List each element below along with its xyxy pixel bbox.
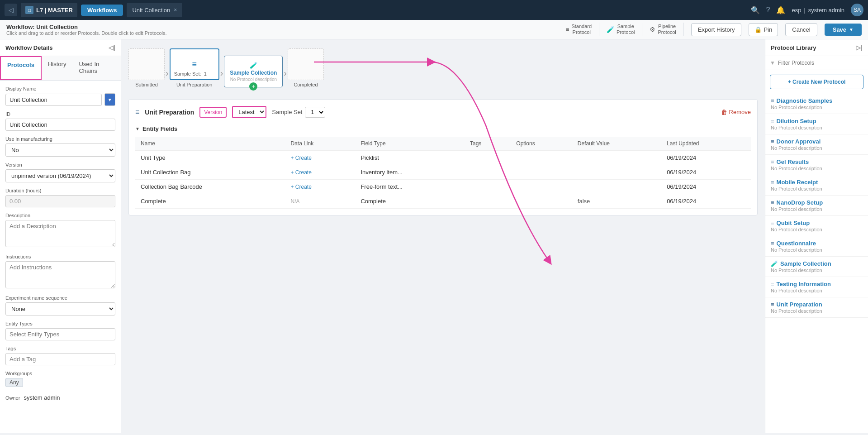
tab-unit-collection[interactable]: Unit Collection × — [127, 3, 182, 17]
library-item-desc: No Protocol description — [771, 268, 863, 273]
list-item[interactable]: ≡ Testing Information No Protocol descri… — [765, 277, 868, 297]
pin-button[interactable]: 🔒 Pin — [749, 23, 778, 36]
list-item[interactable]: ≡ Questionnaire No Protocol description — [765, 236, 868, 257]
use-in-mfg-select[interactable]: No Yes — [5, 143, 115, 157]
display-name-input[interactable] — [5, 94, 102, 106]
version-select[interactable]: unpinned version (06/19/2024) — [5, 169, 115, 182]
list-item[interactable]: ≡ Gel Results No Protocol description — [765, 155, 868, 175]
exp-seq-group: Experiment name sequence None — [5, 295, 115, 315]
create-link[interactable]: + Create — [291, 184, 350, 190]
cell-data-link[interactable]: + Create — [285, 151, 356, 165]
entity-fields-toggle[interactable]: ▼ Entity Fields — [135, 125, 751, 132]
tab-protocols[interactable]: Protocols — [0, 56, 42, 80]
workflows-button[interactable]: Workflows — [81, 5, 123, 16]
list-item[interactable]: ≡ NanoDrop Setup No Protocol description — [765, 196, 868, 216]
export-history-button[interactable]: Export History — [691, 23, 742, 36]
list-item[interactable]: ≡ Dilution Setup No Protocol description — [765, 114, 868, 134]
pipeline-protocol-type[interactable]: ⚙ PipelineProtocol — [650, 24, 676, 35]
library-item-name: ≡ NanoDrop Setup — [771, 199, 863, 206]
app-logo: □ L7 | MASTER — [21, 3, 77, 17]
protocol-detail-icon: ≡ — [135, 108, 139, 116]
tags-input[interactable] — [5, 353, 115, 365]
instructions-textarea[interactable] — [5, 261, 115, 288]
library-item-desc: No Protocol description — [771, 308, 863, 314]
main-layout: Workflow Details ◁| Protocols History Us… — [0, 39, 868, 433]
workgroup-any-tag[interactable]: Any — [5, 378, 23, 387]
library-item-name: ≡ Testing Information — [771, 281, 863, 287]
library-item-name: ≡ Mobile Receipt — [771, 179, 863, 186]
display-name-group: Display Name ▼ — [5, 86, 115, 106]
sample-protocol-type[interactable]: 🧪 SampleProtocol — [607, 24, 635, 35]
cell-field-type: Complete — [355, 194, 465, 209]
unit-prep-card[interactable]: ≡ Sample Set: 1 — [170, 48, 219, 80]
create-new-protocol-button[interactable]: + Create New Protocol — [770, 75, 863, 89]
library-item-name: ≡ Questionnaire — [771, 240, 863, 247]
list-item[interactable]: ≡ Donor Approval No Protocol description — [765, 134, 868, 155]
unit-prep-label: Unit Preparation — [176, 82, 213, 87]
library-item-name: ≡ Gel Results — [771, 158, 863, 165]
tab-label: Unit Collection — [132, 7, 170, 14]
protocol-detail: ≡ Unit Preparation Version Latest 1.0 2.… — [128, 99, 758, 215]
exp-seq-label: Experiment name sequence — [5, 295, 115, 301]
false-value: false — [578, 198, 590, 205]
cell-default-value — [572, 151, 661, 165]
remove-button[interactable]: 🗑 Remove — [721, 109, 751, 116]
tab-close-icon[interactable]: × — [174, 7, 177, 13]
entity-types-label: Entity Types — [5, 321, 115, 326]
instructions-label: Instructions — [5, 254, 115, 259]
help-button[interactable]: ? — [766, 6, 770, 14]
table-row: Unit Type + Create Picklist 06/19/2024 — [135, 151, 751, 165]
list-item[interactable]: ≡ Mobile Receipt No Protocol description — [765, 175, 868, 196]
pipeline-protocol-icon: ⚙ — [650, 26, 655, 33]
search-button[interactable]: 🔍 — [751, 6, 760, 14]
right-panel-collapse-icon[interactable]: ▷| — [856, 44, 863, 51]
na-text: N/A — [291, 198, 300, 205]
exp-seq-select[interactable]: None — [5, 302, 115, 315]
back-button[interactable]: ◁ — [5, 4, 17, 16]
create-link[interactable]: + Create — [291, 155, 350, 161]
cell-name: Complete — [135, 194, 285, 209]
version-dropdown[interactable]: Latest 1.0 2.0 — [232, 106, 266, 118]
description-textarea[interactable] — [5, 220, 115, 247]
library-item-desc: No Protocol description — [771, 227, 863, 232]
entity-types-input[interactable] — [5, 328, 115, 340]
user-avatar[interactable]: SA — [851, 4, 863, 16]
save-button[interactable]: Save ▼ — [825, 24, 862, 36]
id-input[interactable] — [5, 119, 115, 131]
list-item[interactable]: ≡ Diagnostic Samples No Protocol descrip… — [765, 94, 868, 114]
list-item[interactable]: 🧪 Sample Collection No Protocol descript… — [765, 257, 868, 277]
submitted-card[interactable] — [128, 48, 165, 80]
bell-button[interactable]: 🔔 — [776, 6, 785, 14]
entity-fields-section: ▼ Entity Fields Name Data Link Field Typ… — [135, 125, 751, 209]
sample-collection-stage: 🧪 Sample Collection No Protocol descript… — [224, 56, 283, 87]
sample-collection-plus-icon[interactable]: + — [249, 82, 257, 91]
cell-data-link[interactable]: + Create — [285, 165, 356, 180]
cell-data-link[interactable]: + Create — [285, 180, 356, 194]
id-label: ID — [5, 111, 115, 117]
cell-options — [511, 194, 572, 209]
library-item-desc: No Protocol description — [771, 145, 863, 151]
cancel-button[interactable]: Cancel — [785, 23, 817, 36]
standard-protocol-icon: ≡ — [565, 26, 569, 33]
filter-protocols-input[interactable] — [778, 60, 863, 66]
sample-collection-icon: 🧪 — [250, 62, 257, 69]
create-link[interactable]: + Create — [291, 169, 350, 176]
library-item-name: ≡ Diagnostic Samples — [771, 97, 863, 104]
color-swatch[interactable]: ▼ — [104, 93, 115, 106]
unit-prep-stage: ≡ Sample Set: 1 Unit Preparation — [170, 48, 219, 87]
tab-used-in-chains[interactable]: Used In Chains — [72, 56, 121, 80]
left-panel-collapse-icon[interactable]: ◁| — [109, 44, 115, 51]
completed-card[interactable] — [288, 48, 324, 80]
list-item[interactable]: ≡ Qubit Setup No Protocol description — [765, 216, 868, 236]
cell-tags — [465, 151, 511, 165]
standard-protocol-type[interactable]: ≡ StandardProtocol — [565, 24, 592, 35]
sample-set-select[interactable]: 1 — [305, 107, 325, 118]
tab-history[interactable]: History — [42, 56, 72, 80]
duration-input[interactable] — [5, 195, 115, 207]
sample-collection-card[interactable]: 🧪 Sample Collection No Protocol descript… — [224, 56, 283, 87]
arrow2: › — [219, 68, 224, 78]
cell-last-updated: 06/19/2024 — [661, 151, 751, 165]
cell-field-type: Picklist — [355, 151, 465, 165]
list-item[interactable]: ≡ Unit Preparation No Protocol descripti… — [765, 297, 868, 318]
display-name-row: ▼ — [5, 93, 115, 106]
